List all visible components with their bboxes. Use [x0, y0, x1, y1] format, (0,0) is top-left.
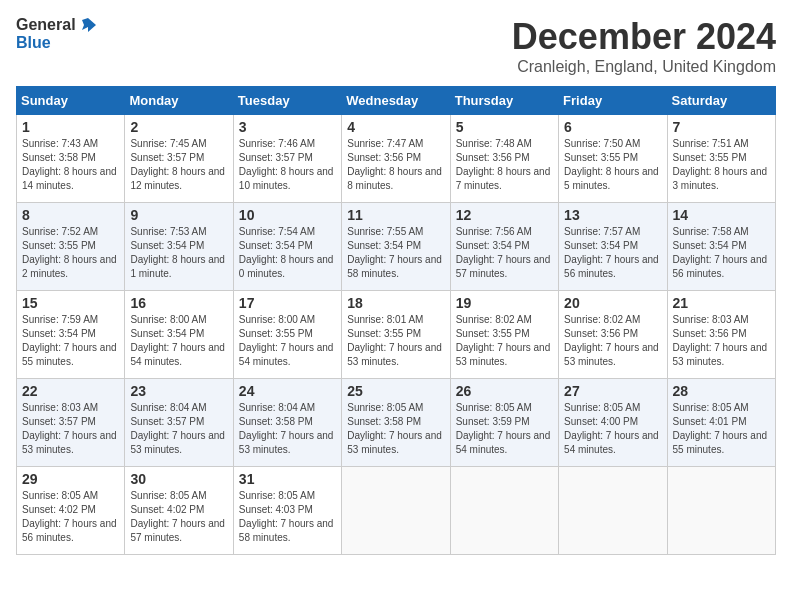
day-info: Sunrise: 7:48 AMSunset: 3:56 PMDaylight:… [456, 137, 553, 193]
table-row: 12Sunrise: 7:56 AMSunset: 3:54 PMDayligh… [450, 203, 558, 291]
calendar-week-4: 22Sunrise: 8:03 AMSunset: 3:57 PMDayligh… [17, 379, 776, 467]
day-info: Sunrise: 8:05 AMSunset: 3:59 PMDaylight:… [456, 401, 553, 457]
col-friday: Friday [559, 87, 667, 115]
day-info: Sunrise: 7:45 AMSunset: 3:57 PMDaylight:… [130, 137, 227, 193]
day-info: Sunrise: 8:03 AMSunset: 3:57 PMDaylight:… [22, 401, 119, 457]
day-number: 9 [130, 207, 227, 223]
table-row: 14Sunrise: 7:58 AMSunset: 3:54 PMDayligh… [667, 203, 775, 291]
day-info: Sunrise: 7:58 AMSunset: 3:54 PMDaylight:… [673, 225, 770, 281]
table-row: 16Sunrise: 8:00 AMSunset: 3:54 PMDayligh… [125, 291, 233, 379]
table-row: 20Sunrise: 8:02 AMSunset: 3:56 PMDayligh… [559, 291, 667, 379]
day-info: Sunrise: 8:00 AMSunset: 3:55 PMDaylight:… [239, 313, 336, 369]
day-info: Sunrise: 7:47 AMSunset: 3:56 PMDaylight:… [347, 137, 444, 193]
day-number: 12 [456, 207, 553, 223]
logo-blue: Blue [16, 34, 51, 51]
table-row [559, 467, 667, 555]
day-info: Sunrise: 8:05 AMSunset: 3:58 PMDaylight:… [347, 401, 444, 457]
day-number: 22 [22, 383, 119, 399]
day-number: 31 [239, 471, 336, 487]
logo-general: General [16, 16, 76, 34]
table-row: 7Sunrise: 7:51 AMSunset: 3:55 PMDaylight… [667, 115, 775, 203]
col-tuesday: Tuesday [233, 87, 341, 115]
table-row: 17Sunrise: 8:00 AMSunset: 3:55 PMDayligh… [233, 291, 341, 379]
table-row: 10Sunrise: 7:54 AMSunset: 3:54 PMDayligh… [233, 203, 341, 291]
day-number: 21 [673, 295, 770, 311]
col-saturday: Saturday [667, 87, 775, 115]
table-row: 24Sunrise: 8:04 AMSunset: 3:58 PMDayligh… [233, 379, 341, 467]
day-number: 15 [22, 295, 119, 311]
day-info: Sunrise: 7:46 AMSunset: 3:57 PMDaylight:… [239, 137, 336, 193]
day-number: 19 [456, 295, 553, 311]
page-header: General Blue December 2024 Cranleigh, En… [16, 16, 776, 76]
table-row: 27Sunrise: 8:05 AMSunset: 4:00 PMDayligh… [559, 379, 667, 467]
day-number: 6 [564, 119, 661, 135]
day-number: 2 [130, 119, 227, 135]
col-wednesday: Wednesday [342, 87, 450, 115]
day-info: Sunrise: 8:00 AMSunset: 3:54 PMDaylight:… [130, 313, 227, 369]
day-info: Sunrise: 7:57 AMSunset: 3:54 PMDaylight:… [564, 225, 661, 281]
day-info: Sunrise: 8:05 AMSunset: 4:02 PMDaylight:… [22, 489, 119, 545]
calendar-week-1: 1Sunrise: 7:43 AMSunset: 3:58 PMDaylight… [17, 115, 776, 203]
day-number: 10 [239, 207, 336, 223]
table-row: 25Sunrise: 8:05 AMSunset: 3:58 PMDayligh… [342, 379, 450, 467]
table-row: 18Sunrise: 8:01 AMSunset: 3:55 PMDayligh… [342, 291, 450, 379]
header-row: Sunday Monday Tuesday Wednesday Thursday… [17, 87, 776, 115]
day-info: Sunrise: 8:05 AMSunset: 4:01 PMDaylight:… [673, 401, 770, 457]
day-info: Sunrise: 8:05 AMSunset: 4:02 PMDaylight:… [130, 489, 227, 545]
logo-bird-icon [78, 16, 96, 34]
col-thursday: Thursday [450, 87, 558, 115]
day-info: Sunrise: 7:52 AMSunset: 3:55 PMDaylight:… [22, 225, 119, 281]
day-info: Sunrise: 7:53 AMSunset: 3:54 PMDaylight:… [130, 225, 227, 281]
day-info: Sunrise: 7:59 AMSunset: 3:54 PMDaylight:… [22, 313, 119, 369]
day-number: 27 [564, 383, 661, 399]
day-info: Sunrise: 8:04 AMSunset: 3:57 PMDaylight:… [130, 401, 227, 457]
calendar-table: Sunday Monday Tuesday Wednesday Thursday… [16, 86, 776, 555]
day-info: Sunrise: 8:02 AMSunset: 3:56 PMDaylight:… [564, 313, 661, 369]
table-row: 5Sunrise: 7:48 AMSunset: 3:56 PMDaylight… [450, 115, 558, 203]
table-row: 21Sunrise: 8:03 AMSunset: 3:56 PMDayligh… [667, 291, 775, 379]
day-info: Sunrise: 7:43 AMSunset: 3:58 PMDaylight:… [22, 137, 119, 193]
table-row: 31Sunrise: 8:05 AMSunset: 4:03 PMDayligh… [233, 467, 341, 555]
day-number: 29 [22, 471, 119, 487]
table-row: 13Sunrise: 7:57 AMSunset: 3:54 PMDayligh… [559, 203, 667, 291]
table-row: 8Sunrise: 7:52 AMSunset: 3:55 PMDaylight… [17, 203, 125, 291]
col-monday: Monday [125, 87, 233, 115]
table-row: 11Sunrise: 7:55 AMSunset: 3:54 PMDayligh… [342, 203, 450, 291]
day-number: 18 [347, 295, 444, 311]
calendar-week-5: 29Sunrise: 8:05 AMSunset: 4:02 PMDayligh… [17, 467, 776, 555]
day-info: Sunrise: 8:01 AMSunset: 3:55 PMDaylight:… [347, 313, 444, 369]
calendar-week-3: 15Sunrise: 7:59 AMSunset: 3:54 PMDayligh… [17, 291, 776, 379]
day-number: 3 [239, 119, 336, 135]
day-number: 14 [673, 207, 770, 223]
svg-marker-0 [82, 18, 96, 32]
table-row: 26Sunrise: 8:05 AMSunset: 3:59 PMDayligh… [450, 379, 558, 467]
day-info: Sunrise: 8:05 AMSunset: 4:00 PMDaylight:… [564, 401, 661, 457]
day-number: 24 [239, 383, 336, 399]
table-row: 9Sunrise: 7:53 AMSunset: 3:54 PMDaylight… [125, 203, 233, 291]
table-row: 30Sunrise: 8:05 AMSunset: 4:02 PMDayligh… [125, 467, 233, 555]
day-info: Sunrise: 8:04 AMSunset: 3:58 PMDaylight:… [239, 401, 336, 457]
table-row: 4Sunrise: 7:47 AMSunset: 3:56 PMDaylight… [342, 115, 450, 203]
day-number: 30 [130, 471, 227, 487]
table-row [342, 467, 450, 555]
table-row: 2Sunrise: 7:45 AMSunset: 3:57 PMDaylight… [125, 115, 233, 203]
table-row: 28Sunrise: 8:05 AMSunset: 4:01 PMDayligh… [667, 379, 775, 467]
day-info: Sunrise: 7:51 AMSunset: 3:55 PMDaylight:… [673, 137, 770, 193]
title-area: December 2024 Cranleigh, England, United… [512, 16, 776, 76]
day-number: 28 [673, 383, 770, 399]
col-sunday: Sunday [17, 87, 125, 115]
day-info: Sunrise: 7:56 AMSunset: 3:54 PMDaylight:… [456, 225, 553, 281]
table-row: 22Sunrise: 8:03 AMSunset: 3:57 PMDayligh… [17, 379, 125, 467]
calendar-week-2: 8Sunrise: 7:52 AMSunset: 3:55 PMDaylight… [17, 203, 776, 291]
day-number: 26 [456, 383, 553, 399]
calendar-subtitle: Cranleigh, England, United Kingdom [512, 58, 776, 76]
day-number: 5 [456, 119, 553, 135]
table-row: 29Sunrise: 8:05 AMSunset: 4:02 PMDayligh… [17, 467, 125, 555]
day-number: 11 [347, 207, 444, 223]
day-number: 7 [673, 119, 770, 135]
day-number: 20 [564, 295, 661, 311]
table-row: 1Sunrise: 7:43 AMSunset: 3:58 PMDaylight… [17, 115, 125, 203]
day-number: 13 [564, 207, 661, 223]
day-number: 16 [130, 295, 227, 311]
table-row: 6Sunrise: 7:50 AMSunset: 3:55 PMDaylight… [559, 115, 667, 203]
